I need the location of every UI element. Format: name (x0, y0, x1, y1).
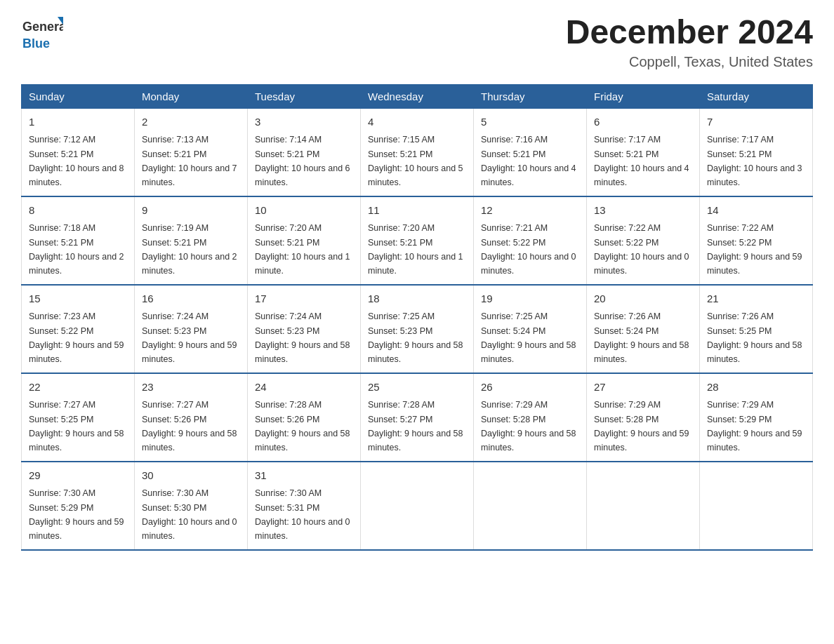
calendar-cell (587, 462, 700, 550)
day-info: Sunrise: 7:20 AMSunset: 5:21 PMDaylight:… (368, 223, 463, 276)
col-monday: Monday (135, 84, 248, 108)
col-sunday: Sunday (22, 84, 135, 108)
day-number: 26 (481, 380, 579, 396)
calendar-cell: 22Sunrise: 7:27 AMSunset: 5:25 PMDayligh… (22, 373, 135, 462)
day-number: 16 (142, 291, 240, 307)
day-number: 30 (142, 468, 240, 484)
day-number: 9 (142, 203, 240, 219)
day-number: 1 (29, 114, 127, 130)
calendar-cell: 20Sunrise: 7:26 AMSunset: 5:24 PMDayligh… (587, 285, 700, 373)
calendar-cell: 17Sunrise: 7:24 AMSunset: 5:23 PMDayligh… (248, 285, 361, 373)
calendar-cell: 13Sunrise: 7:22 AMSunset: 5:22 PMDayligh… (587, 196, 700, 285)
calendar-header: Sunday Monday Tuesday Wednesday Thursday… (22, 84, 813, 108)
calendar-cell: 11Sunrise: 7:20 AMSunset: 5:21 PMDayligh… (361, 196, 474, 285)
calendar-cell: 8Sunrise: 7:18 AMSunset: 5:21 PMDaylight… (22, 196, 135, 285)
calendar-cell (474, 462, 587, 550)
day-info: Sunrise: 7:16 AMSunset: 5:21 PMDaylight:… (481, 135, 576, 187)
calendar-cell: 14Sunrise: 7:22 AMSunset: 5:22 PMDayligh… (700, 196, 813, 285)
day-info: Sunrise: 7:24 AMSunset: 5:23 PMDaylight:… (142, 311, 237, 364)
day-info: Sunrise: 7:23 AMSunset: 5:22 PMDaylight:… (29, 311, 124, 364)
calendar-week-row: 8Sunrise: 7:18 AMSunset: 5:21 PMDaylight… (22, 196, 813, 285)
day-number: 14 (707, 203, 805, 219)
svg-text:Blue: Blue (22, 36, 50, 51)
calendar-week-row: 29Sunrise: 7:30 AMSunset: 5:29 PMDayligh… (22, 462, 813, 550)
day-number: 12 (481, 203, 579, 219)
calendar-cell (361, 462, 474, 550)
day-info: Sunrise: 7:12 AMSunset: 5:21 PMDaylight:… (29, 135, 124, 187)
calendar-cell (700, 462, 813, 550)
day-number: 24 (255, 380, 353, 396)
calendar-week-row: 15Sunrise: 7:23 AMSunset: 5:22 PMDayligh… (22, 285, 813, 373)
day-info: Sunrise: 7:19 AMSunset: 5:21 PMDaylight:… (142, 223, 237, 276)
day-number: 18 (368, 291, 466, 307)
calendar-cell: 28Sunrise: 7:29 AMSunset: 5:29 PMDayligh… (700, 373, 813, 462)
day-number: 23 (142, 380, 240, 396)
day-info: Sunrise: 7:26 AMSunset: 5:24 PMDaylight:… (594, 311, 689, 364)
day-info: Sunrise: 7:24 AMSunset: 5:23 PMDaylight:… (255, 311, 350, 364)
calendar-cell: 18Sunrise: 7:25 AMSunset: 5:23 PMDayligh… (361, 285, 474, 373)
day-number: 22 (29, 380, 127, 396)
calendar-cell: 1Sunrise: 7:12 AMSunset: 5:21 PMDaylight… (22, 108, 135, 196)
header-row: Sunday Monday Tuesday Wednesday Thursday… (22, 84, 813, 108)
day-number: 2 (142, 114, 240, 130)
day-info: Sunrise: 7:30 AMSunset: 5:30 PMDaylight:… (142, 488, 237, 541)
calendar-cell: 3Sunrise: 7:14 AMSunset: 5:21 PMDaylight… (248, 108, 361, 196)
col-saturday: Saturday (700, 84, 813, 108)
day-info: Sunrise: 7:17 AMSunset: 5:21 PMDaylight:… (594, 135, 689, 187)
day-number: 19 (481, 291, 579, 307)
col-friday: Friday (587, 84, 700, 108)
logo-svg: General Blue (21, 14, 63, 53)
day-number: 4 (368, 114, 466, 130)
page-header: General Blue December 2024 Coppell, Texa… (21, 14, 813, 70)
day-number: 15 (29, 291, 127, 307)
day-info: Sunrise: 7:30 AMSunset: 5:29 PMDaylight:… (29, 488, 124, 541)
calendar-cell: 15Sunrise: 7:23 AMSunset: 5:22 PMDayligh… (22, 285, 135, 373)
logo-icon: General Blue (21, 14, 63, 53)
day-info: Sunrise: 7:27 AMSunset: 5:25 PMDaylight:… (29, 400, 124, 452)
calendar-cell: 27Sunrise: 7:29 AMSunset: 5:28 PMDayligh… (587, 373, 700, 462)
day-number: 28 (707, 380, 805, 396)
day-info: Sunrise: 7:28 AMSunset: 5:27 PMDaylight:… (368, 400, 463, 452)
day-info: Sunrise: 7:30 AMSunset: 5:31 PMDaylight:… (255, 488, 350, 541)
day-number: 6 (594, 114, 692, 130)
day-number: 5 (481, 114, 579, 130)
calendar-cell: 9Sunrise: 7:19 AMSunset: 5:21 PMDaylight… (135, 196, 248, 285)
day-info: Sunrise: 7:28 AMSunset: 5:26 PMDaylight:… (255, 400, 350, 452)
calendar-week-row: 1Sunrise: 7:12 AMSunset: 5:21 PMDaylight… (22, 108, 813, 196)
day-info: Sunrise: 7:26 AMSunset: 5:25 PMDaylight:… (707, 311, 802, 364)
calendar-cell: 30Sunrise: 7:30 AMSunset: 5:30 PMDayligh… (135, 462, 248, 550)
day-info: Sunrise: 7:29 AMSunset: 5:29 PMDaylight:… (707, 400, 802, 452)
calendar-week-row: 22Sunrise: 7:27 AMSunset: 5:25 PMDayligh… (22, 373, 813, 462)
day-number: 8 (29, 203, 127, 219)
svg-text:General: General (22, 20, 63, 34)
calendar-cell: 2Sunrise: 7:13 AMSunset: 5:21 PMDaylight… (135, 108, 248, 196)
day-number: 29 (29, 468, 127, 484)
day-info: Sunrise: 7:13 AMSunset: 5:21 PMDaylight:… (142, 135, 237, 187)
col-tuesday: Tuesday (248, 84, 361, 108)
day-info: Sunrise: 7:22 AMSunset: 5:22 PMDaylight:… (594, 223, 689, 276)
col-thursday: Thursday (474, 84, 587, 108)
calendar-cell: 5Sunrise: 7:16 AMSunset: 5:21 PMDaylight… (474, 108, 587, 196)
day-info: Sunrise: 7:29 AMSunset: 5:28 PMDaylight:… (481, 400, 576, 452)
calendar-cell: 21Sunrise: 7:26 AMSunset: 5:25 PMDayligh… (700, 285, 813, 373)
calendar-cell: 24Sunrise: 7:28 AMSunset: 5:26 PMDayligh… (248, 373, 361, 462)
logo: General Blue (21, 14, 63, 53)
day-info: Sunrise: 7:25 AMSunset: 5:24 PMDaylight:… (481, 311, 576, 364)
day-info: Sunrise: 7:14 AMSunset: 5:21 PMDaylight:… (255, 135, 350, 187)
calendar-cell: 16Sunrise: 7:24 AMSunset: 5:23 PMDayligh… (135, 285, 248, 373)
calendar-table: Sunday Monday Tuesday Wednesday Thursday… (21, 84, 813, 551)
day-number: 10 (255, 203, 353, 219)
calendar-cell: 19Sunrise: 7:25 AMSunset: 5:24 PMDayligh… (474, 285, 587, 373)
day-info: Sunrise: 7:17 AMSunset: 5:21 PMDaylight:… (707, 135, 802, 187)
day-info: Sunrise: 7:20 AMSunset: 5:21 PMDaylight:… (255, 223, 350, 276)
calendar-cell: 29Sunrise: 7:30 AMSunset: 5:29 PMDayligh… (22, 462, 135, 550)
calendar-body: 1Sunrise: 7:12 AMSunset: 5:21 PMDaylight… (22, 108, 813, 550)
day-number: 27 (594, 380, 692, 396)
month-year-title: December 2024 (566, 14, 813, 51)
day-info: Sunrise: 7:25 AMSunset: 5:23 PMDaylight:… (368, 311, 463, 364)
col-wednesday: Wednesday (361, 84, 474, 108)
calendar-cell: 26Sunrise: 7:29 AMSunset: 5:28 PMDayligh… (474, 373, 587, 462)
day-number: 31 (255, 468, 353, 484)
day-info: Sunrise: 7:22 AMSunset: 5:22 PMDaylight:… (707, 223, 802, 276)
calendar-cell: 4Sunrise: 7:15 AMSunset: 5:21 PMDaylight… (361, 108, 474, 196)
